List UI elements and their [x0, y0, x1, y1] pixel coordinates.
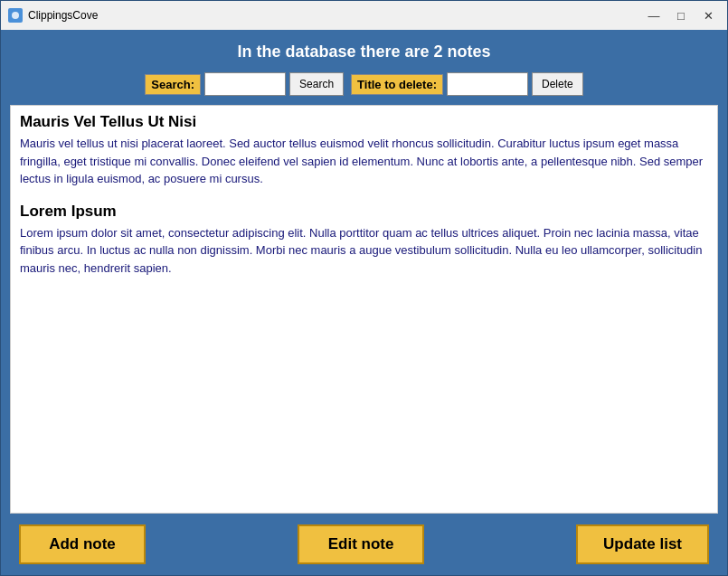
db-status-label: In the database there are 2 notes	[237, 42, 490, 61]
delete-button[interactable]: Delete	[532, 72, 583, 96]
minimize-button[interactable]: —	[642, 6, 666, 24]
search-label: Search:	[145, 74, 201, 95]
search-button[interactable]: Search	[289, 72, 344, 96]
maximize-button[interactable]: □	[669, 6, 693, 24]
toolbar: Search: Search Title to delete: Delete	[145, 72, 582, 96]
note-body-2: Lorem ipsum dolor sit amet, consectetur …	[20, 224, 708, 278]
app-window: ClippingsCove — □ ✕ In the database ther…	[0, 0, 728, 576]
note-body-1: Mauris vel tellus ut nisi placerat laore…	[20, 135, 708, 188]
update-list-button[interactable]: Update list	[576, 524, 709, 564]
close-button[interactable]: ✕	[696, 6, 720, 24]
note-entry-1: Mauris Vel Tellus Ut Nisi Mauris vel tel…	[20, 113, 708, 188]
search-input[interactable]	[204, 72, 286, 96]
svg-point-0	[12, 12, 19, 19]
note-title-2: Lorem Ipsum	[20, 203, 708, 221]
edit-note-button[interactable]: Edit note	[298, 524, 424, 564]
app-title: ClippingsCove	[28, 9, 98, 22]
delete-input[interactable]	[447, 72, 528, 96]
main-content: In the database there are 2 notes Search…	[1, 30, 727, 575]
title-bar: ClippingsCove — □ ✕	[1, 1, 727, 30]
notes-area: Mauris Vel Tellus Ut Nisi Mauris vel tel…	[10, 105, 718, 514]
footer-buttons: Add note Edit note Update list	[1, 514, 727, 575]
window-controls: — □ ✕	[642, 6, 720, 24]
note-title-1: Mauris Vel Tellus Ut Nisi	[20, 113, 708, 131]
note-entry-2: Lorem Ipsum Lorem ipsum dolor sit amet, …	[20, 203, 708, 278]
add-note-button[interactable]: Add note	[19, 524, 146, 564]
title-to-delete-label: Title to delete:	[351, 74, 443, 95]
title-bar-left: ClippingsCove	[8, 8, 98, 23]
app-icon	[8, 8, 23, 23]
header-section: In the database there are 2 notes Search…	[1, 30, 727, 105]
